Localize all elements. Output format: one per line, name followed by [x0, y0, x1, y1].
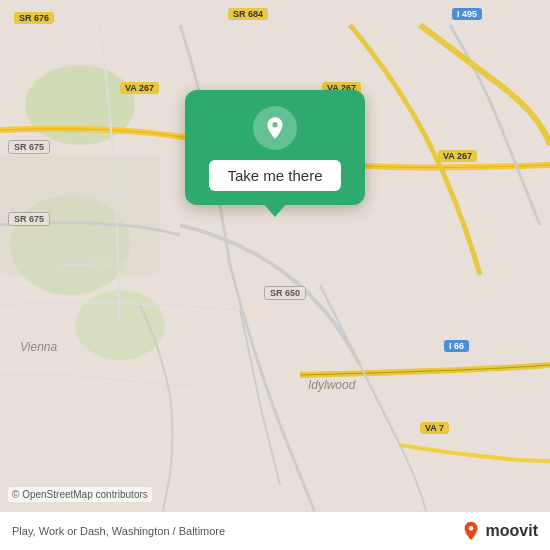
road-label-i66: I 66	[444, 340, 469, 352]
moovit-logo-text: moovit	[486, 522, 538, 540]
road-label-sr676: SR 676	[14, 12, 54, 24]
take-me-there-button[interactable]: Take me there	[209, 160, 340, 191]
moovit-logo-icon	[460, 520, 482, 542]
svg-point-5	[468, 526, 473, 531]
road-label-sr684: SR 684	[228, 8, 268, 20]
road-label-sr650: SR 650	[264, 286, 306, 300]
bottom-bar-title: Play, Work or Dash, Washington / Baltimo…	[12, 525, 225, 537]
road-labels: SR 676 SR 684 I 495 VA 267 VA 267 VA 267…	[0, 0, 550, 550]
road-label-i495: I 495	[452, 8, 482, 20]
city-label-idylwood: Idylwood	[308, 378, 355, 392]
bottom-bar-info: Play, Work or Dash, Washington / Baltimo…	[12, 525, 225, 537]
road-label-va7: VA 7	[420, 422, 449, 434]
pin-icon-container	[253, 106, 297, 150]
road-label-sr675-1: SR 675	[8, 140, 50, 154]
map-container: SR 676 SR 684 I 495 VA 267 VA 267 VA 267…	[0, 0, 550, 550]
moovit-logo: moovit	[460, 520, 538, 542]
road-label-va267-1: VA 267	[120, 82, 159, 94]
road-label-sr675-2: SR 675	[8, 212, 50, 226]
city-label-vienna: Vienna	[20, 340, 57, 354]
map-attribution: © OpenStreetMap contributors	[8, 487, 152, 502]
bottom-bar: Play, Work or Dash, Washington / Baltimo…	[0, 511, 550, 550]
popup-card: Take me there	[185, 90, 365, 205]
location-pin-icon	[262, 115, 288, 141]
road-label-va267-3: VA 267	[438, 150, 477, 162]
